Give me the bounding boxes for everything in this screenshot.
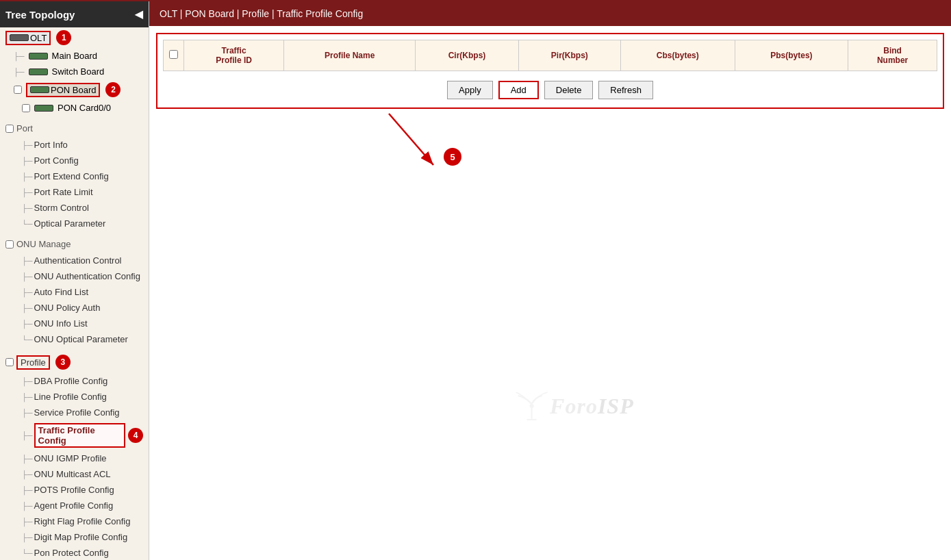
onu-section-checkbox[interactable] [5,240,14,249]
nav-service-profile[interactable]: ├─ Service Profile Config [0,405,149,420]
pon-card-checkbox[interactable] [22,104,30,112]
switch-board-icon [29,68,48,75]
nav-digit-map-profile[interactable]: ├─ Digit Map Profile Config [0,529,149,545]
pon-board-checkbox[interactable] [14,86,22,94]
sidebar-title: Tree Topology ◀ [0,1,149,27]
profile-section-checkbox[interactable] [5,358,14,366]
nav-onu-optical-param[interactable]: └─ ONU Optical Parameter [0,331,149,347]
onu-section-header[interactable]: ONU Manage [0,236,149,253]
olt-icon [10,34,29,41]
pon-board-icon [30,86,49,93]
refresh-button[interactable]: Refresh [598,81,653,99]
breadcrumb: OLT | PON Board | Profile | Traffic Prof… [149,1,951,26]
pon-card-icon [34,105,53,112]
profile-section-header[interactable]: Profile 3 [0,351,149,373]
pon-board-label[interactable]: PON Board [26,83,100,97]
watermark-text: ForoISP [550,394,634,419]
traffic-profile-label: Traffic Profile Config [34,423,125,448]
tree-node-pon-board[interactable]: PON Board 2 [0,79,149,100]
nav-auth-control[interactable]: ├─ Authentication Control [0,253,149,268]
col-traffic-profile-id: TrafficProfile ID [184,40,284,71]
port-section-label: Port [16,123,33,133]
nav-storm-control[interactable]: ├─ Storm Control [0,200,149,216]
badge-4: 4 [128,428,143,443]
onu-section-label: ONU Manage [16,239,71,249]
col-profile-name: Profile Name [284,40,416,71]
nav-port-rate-limit[interactable]: ├─ Port Rate Limit [0,184,149,200]
table-actions: Apply Add Delete Refresh [163,78,937,102]
badge-3: 3 [55,355,71,370]
sidebar-collapse-arrow[interactable]: ◀ [135,8,143,21]
main-board-icon [29,53,48,60]
col-cir-kbps: Cir(Kbps) [416,40,519,71]
port-section-checkbox[interactable] [5,125,14,133]
port-section-header[interactable]: Port [0,120,149,137]
badge-2: 2 [105,82,121,97]
sidebar-title-label: Tree Topology [5,9,75,21]
badge-5: 5 [444,148,461,166]
svg-line-1 [389,114,433,165]
delete-button[interactable]: Delete [544,81,594,99]
nav-pots-profile[interactable]: ├─ POTS Profile Config [0,482,149,498]
profile-section-label: Profile [16,355,50,370]
tree-node-pon-card[interactable]: PON Card0/0 [0,100,149,116]
nav-onu-igmp[interactable]: ├─ ONU IGMP Profile [0,450,149,466]
main-content: TrafficProfile ID Profile Name Cir(Kbps)… [149,26,951,560]
annotation-arrow [375,100,457,182]
nav-pon-protect[interactable]: └─ Pon Protect Config [0,545,149,560]
nav-optical-parameter[interactable]: └─ Optical Parameter [0,216,149,231]
col-pbs-bytes: Pbs(bytes) [735,40,848,71]
tree-node-switch-board[interactable]: ├─ Switch Board [0,64,149,79]
add-button[interactable]: Add [498,81,539,99]
nav-onu-policy-auth[interactable]: ├─ ONU Policy Auth [0,300,149,316]
tree-node-olt[interactable]: OLT 1 [0,27,149,48]
watermark: ForoISP [514,389,634,423]
select-all-checkbox[interactable] [169,50,178,59]
tree-node-main-board[interactable]: ├─ Main Board [0,48,149,64]
tree-nav: OLT 1 ├─ Main Board ├─ Switch Board [0,27,149,560]
nav-line-profile[interactable]: ├─ Line Profile Config [0,389,149,405]
nav-onu-multicast[interactable]: ├─ ONU Multicast ACL [0,466,149,482]
nav-auto-find-list[interactable]: ├─ Auto Find List [0,284,149,300]
nav-agent-profile[interactable]: ├─ Agent Profile Config [0,498,149,513]
select-all-th [164,40,184,71]
nav-right-flag-profile[interactable]: ├─ Right Flag Profile Config [0,513,149,529]
col-bind-number: BindNumber [848,40,937,71]
apply-button[interactable]: Apply [447,81,493,99]
nav-port-info[interactable]: ├─ Port Info [0,137,149,153]
sidebar: Tree Topology ◀ OLT 1 ├─ Main Board ├─ [0,1,149,560]
content-area: OLT | PON Board | Profile | Traffic Prof… [149,1,951,560]
badge-1: 1 [56,30,71,45]
nav-traffic-profile[interactable]: ├─ Traffic Profile Config 4 [0,420,149,450]
olt-label[interactable]: OLT [5,31,51,45]
nav-port-config[interactable]: ├─ Port Config [0,153,149,168]
nav-onu-auth-config[interactable]: ├─ ONU Authentication Config [0,268,149,284]
nav-dba-profile[interactable]: ├─ DBA Profile Config [0,373,149,389]
svg-point-2 [529,404,533,408]
nav-port-extend-config[interactable]: ├─ Port Extend Config [0,168,149,184]
table-container: TrafficProfile ID Profile Name Cir(Kbps)… [156,33,944,109]
col-pir-kbps: Pir(Kbps) [518,40,620,71]
traffic-profile-table: TrafficProfile ID Profile Name Cir(Kbps)… [163,40,937,71]
nav-onu-info-list[interactable]: ├─ ONU Info List [0,316,149,331]
col-cbs-bytes: Cbs(bytes) [620,40,735,71]
